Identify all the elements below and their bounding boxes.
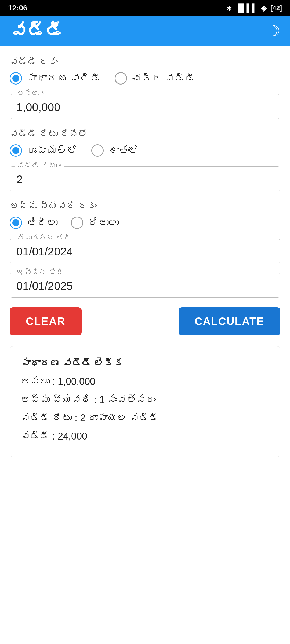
signal-icon: ▐▌▌▌ [236, 4, 257, 12]
result-line-4: వడ్డీ : 24,000 [21, 429, 269, 444]
radio-rupees-label: రూపాయల్లో [27, 145, 78, 156]
radio-percent-outer[interactable] [91, 144, 104, 157]
radio-days-outer[interactable] [71, 217, 83, 229]
interest-rate-input-wrapper[interactable]: వడ్డీ రేటు * 2 [10, 166, 280, 191]
bluetooth-icon: ∗ [226, 4, 232, 13]
app-title: వడ్డీ [10, 22, 64, 40]
main-content: వడ్డీ రకం సాధారణ వడ్డీ చక్ర వడ్డీ అసలు *… [0, 46, 290, 644]
from-date-input[interactable]: 01/01/2024 [16, 243, 274, 258]
radio-percent[interactable]: శాతంలో [91, 144, 139, 157]
radio-simple-outer[interactable] [10, 72, 22, 85]
radio-simple-label: సాధారణ వడ్డీ [27, 73, 101, 84]
result-line-2: అప్పు వ్యవధి : 1 సంవత్సరం [21, 393, 269, 407]
moon-icon[interactable]: ☽ [267, 23, 280, 39]
to-date-input[interactable]: 01/01/2025 [16, 277, 274, 292]
radio-dates-inner [12, 219, 19, 226]
radio-compound-label: చక్ర వడ్డీ [132, 73, 196, 84]
radio-rupees-outer[interactable] [10, 144, 22, 157]
status-bar: 12:06 ∗ ▐▌▌▌ ◈ [42] [0, 0, 290, 16]
interest-rate-input[interactable]: 2 [16, 171, 274, 186]
radio-dates[interactable]: తేదీలు [10, 217, 57, 229]
loan-period-type-radio-group: తేదీలు రోజులు [10, 217, 280, 229]
interest-rate-field-label: వడ్డీ రేటు * [15, 161, 64, 170]
wifi-icon: ◈ [261, 4, 267, 13]
principal-input[interactable]: 1,00,000 [16, 99, 274, 114]
result-line-1: అసలు : 1,00,000 [21, 374, 269, 389]
status-time: 12:06 [8, 4, 27, 12]
to-date-field-label: ఇచ్చిన తేది [15, 268, 66, 277]
radio-days[interactable]: రోజులు [71, 217, 119, 229]
interest-rate-type-label: వడ్డీ రేటు దేనిలో [10, 129, 280, 139]
interest-rate-type-radio-group: రూపాయల్లో శాతంలో [10, 144, 280, 157]
result-line-0: సాధారణ వడ్డీ లెక్క [21, 356, 269, 371]
action-buttons: CLEAR CALCULATE [10, 307, 280, 335]
radio-rupees-inner [12, 147, 19, 154]
radio-simple-inner [12, 75, 19, 82]
radio-percent-label: శాతంలో [108, 145, 139, 156]
result-line-3: వడ్డీ రేటు : 2 రూపాయల వడ్డీ [21, 411, 269, 425]
radio-dates-label: తేదీలు [27, 217, 57, 229]
calculate-button[interactable]: CALCULATE [179, 307, 280, 335]
interest-type-radio-group: సాధారణ వడ్డీ చక్ర వడ్డీ [10, 72, 280, 85]
radio-compound-interest[interactable]: చక్ర వడ్డీ [115, 72, 196, 85]
app-bar: వడ్డీ ☽ [0, 16, 290, 46]
from-date-field-label: తీసుకున్న తేది [15, 233, 73, 242]
radio-simple-interest[interactable]: సాధారణ వడ్డీ [10, 72, 101, 85]
to-date-input-wrapper[interactable]: ఇచ్చిన తేది 01/01/2025 [10, 273, 280, 298]
from-date-input-wrapper[interactable]: తీసుకున్న తేది 01/01/2024 [10, 239, 280, 263]
principal-field-label: అసలు * [15, 89, 46, 98]
clear-button[interactable]: CLEAR [10, 307, 82, 335]
principal-input-wrapper[interactable]: అసలు * 1,00,000 [10, 94, 280, 119]
battery-icon: [42] [270, 4, 282, 12]
interest-type-label: వడ్డీ రకం [10, 56, 280, 67]
radio-days-label: రోజులు [88, 217, 119, 229]
radio-dates-outer[interactable] [10, 217, 22, 229]
result-card: సాధారణ వడ్డీ లెక్క అసలు : 1,00,000 అప్పు… [10, 346, 280, 457]
status-icons: ∗ ▐▌▌▌ ◈ [42] [226, 4, 282, 13]
radio-rupees[interactable]: రూపాయల్లో [10, 144, 78, 157]
loan-period-type-label: అప్పు వ్యవధి రకం [10, 201, 280, 211]
radio-compound-outer[interactable] [115, 72, 127, 85]
